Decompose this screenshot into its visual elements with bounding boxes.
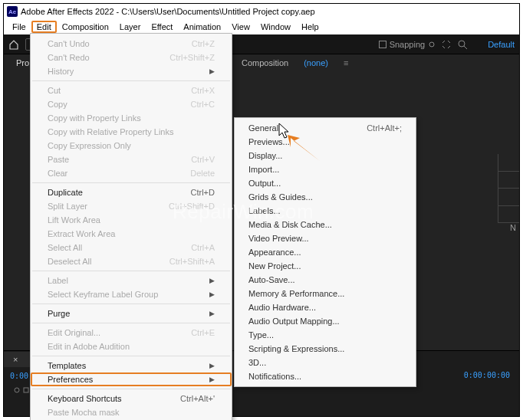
app-icon: Ae	[7, 6, 18, 17]
search-icon[interactable]	[457, 39, 468, 50]
workspace-default[interactable]: Default	[488, 40, 515, 49]
prefs-item-audio-hardware[interactable]: Audio Hardware...	[235, 300, 416, 314]
snapping-toggle[interactable]: Snapping	[379, 40, 436, 49]
edit-item-edit-in-adobe-audition: Edit in Adobe Audition	[31, 340, 232, 353]
edit-item-copy-with-relative-property-links: Copy with Relative Property Links	[31, 125, 232, 139]
edit-item-lift-work-area: Lift Work Area	[31, 213, 232, 227]
svg-point-5	[15, 388, 19, 392]
edit-item-edit-original: Edit Original...Ctrl+E	[31, 326, 232, 340]
edit-item-label: Label▶	[31, 274, 232, 287]
preferences-submenu: General...Ctrl+Alt+;Previews...Display..…	[234, 117, 416, 387]
edit-item-templates[interactable]: Templates▶	[31, 359, 232, 372]
prefs-item-scripting-expressions[interactable]: Scripting & Expressions...	[235, 342, 416, 356]
edit-item-cut: CutCtrl+X	[31, 84, 232, 97]
menu-window[interactable]: Window	[255, 21, 296, 33]
edit-item-clear: ClearDelete	[31, 166, 232, 180]
edit-item-duplicate[interactable]: DuplicateCtrl+D	[31, 185, 232, 199]
submenu-arrow-icon: ▶	[209, 376, 215, 383]
prefs-item-media-disk-cache[interactable]: Media & Disk Cache...	[235, 218, 416, 231]
edit-item-keyboard-shortcuts[interactable]: Keyboard ShortcutsCtrl+Alt+'	[31, 392, 232, 405]
svg-line-2	[464, 46, 467, 49]
prefs-item-grids-guides[interactable]: Grids & Guides...	[235, 190, 416, 204]
edit-item-copy-with-property-links: Copy with Property Links	[31, 111, 232, 125]
panel-tab-none: (none)	[296, 55, 336, 71]
prefs-item-output[interactable]: Output...	[235, 176, 416, 190]
timeline-close-icon[interactable]: ×	[4, 352, 22, 367]
edit-item-split-layer: Split LayerCtrl+Shift+D	[31, 199, 232, 213]
edit-item-preferences[interactable]: Preferences▶	[31, 372, 232, 386]
edit-item-deselect-all: Deselect AllCtrl+Shift+A	[31, 254, 232, 268]
home-icon[interactable]	[8, 39, 19, 50]
prefs-item-display[interactable]: Display...	[235, 149, 416, 162]
expand-icon[interactable]	[442, 40, 451, 49]
edit-item-select-keyframe-label-group: Select Keyframe Label Group▶	[31, 287, 232, 301]
prefs-item-previews[interactable]: Previews...	[235, 135, 416, 149]
prefs-item-3d[interactable]: 3D...	[235, 356, 416, 369]
snapping-icon	[428, 41, 436, 48]
edit-item-copy-expression-only: Copy Expression Only	[31, 139, 232, 153]
menu-composition[interactable]: Composition	[57, 21, 114, 33]
prefs-item-labels[interactable]: Labels...	[235, 204, 416, 218]
edit-item-purge[interactable]: Purge▶	[31, 307, 232, 320]
edit-item-select-all: Select AllCtrl+A	[31, 241, 232, 254]
edit-item-history: History▶	[31, 64, 232, 78]
svg-rect-6	[24, 388, 28, 392]
menu-edit[interactable]: Edit	[31, 21, 57, 33]
timecode-end: 0:00:00:00	[464, 371, 510, 379]
menu-help[interactable]: Help	[296, 21, 324, 33]
checkbox-icon[interactable]	[379, 41, 386, 48]
window-title: Adobe After Effects 2022 - C:\Users\User…	[21, 7, 315, 16]
submenu-arrow-icon: ▶	[209, 310, 215, 317]
prefs-item-audio-output-mapping[interactable]: Audio Output Mapping...	[235, 314, 416, 328]
submenu-arrow-icon: ▶	[209, 67, 215, 75]
prefs-item-general[interactable]: General...Ctrl+Alt+;	[235, 121, 416, 135]
ruler	[498, 154, 519, 223]
prefs-item-appearance[interactable]: Appearance...	[235, 245, 416, 259]
panel-tab-composition[interactable]: Composition	[234, 55, 296, 71]
edit-item-paste-mocha-mask: Paste Mocha mask	[31, 405, 232, 419]
prefs-item-notifications[interactable]: Notifications...	[235, 369, 416, 383]
menu-view[interactable]: View	[226, 21, 255, 33]
svg-point-0	[429, 42, 434, 47]
prefs-item-type[interactable]: Type...	[235, 328, 416, 342]
prefs-item-auto-save[interactable]: Auto-Save...	[235, 273, 416, 287]
titlebar: Ae Adobe After Effects 2022 - C:\Users\U…	[4, 4, 519, 19]
menu-animation[interactable]: Animation	[178, 21, 226, 33]
edit-item-extract-work-area: Extract Work Area	[31, 227, 232, 241]
prefs-item-video-preview[interactable]: Video Preview...	[235, 231, 416, 245]
prefs-item-new-project[interactable]: New Project...	[235, 259, 416, 273]
edit-item-can-t-redo: Can't RedoCtrl+Shift+Z	[31, 51, 232, 64]
prefs-item-memory-performance[interactable]: Memory & Performance...	[235, 287, 416, 300]
menu-layer[interactable]: Layer	[114, 21, 146, 33]
svg-point-1	[459, 41, 465, 47]
menubar: File Edit Composition Layer Effect Anima…	[4, 19, 519, 34]
snapping-label: Snapping	[390, 40, 426, 49]
menu-file[interactable]: File	[7, 21, 31, 33]
edit-item-paste: PasteCtrl+V	[31, 153, 232, 166]
submenu-arrow-icon: ▶	[209, 290, 215, 298]
submenu-arrow-icon: ▶	[209, 362, 215, 369]
submenu-arrow-icon: ▶	[209, 277, 215, 284]
prefs-item-import[interactable]: Import...	[235, 162, 416, 176]
right-panel-label: N	[510, 223, 516, 232]
edit-menu-dropdown: Can't UndoCtrl+ZCan't RedoCtrl+Shift+ZHi…	[30, 33, 232, 420]
edit-item-can-t-undo: Can't UndoCtrl+Z	[31, 37, 232, 51]
menu-effect[interactable]: Effect	[146, 21, 178, 33]
panel-menu-icon[interactable]: ≡	[336, 55, 356, 71]
edit-item-copy: CopyCtrl+C	[31, 97, 232, 111]
